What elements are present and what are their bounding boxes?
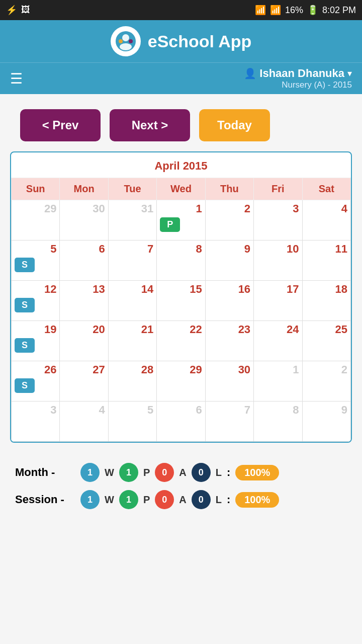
cal-cell[interactable]: 29 [157, 361, 205, 401]
cal-cell[interactable]: 7 [205, 401, 253, 442]
session-l-label: L [216, 494, 222, 506]
cal-cell[interactable]: 6 [157, 401, 205, 442]
cal-cell[interactable]: 2 [302, 361, 350, 401]
day-number: 1 [257, 363, 299, 376]
cal-cell[interactable]: 8 [157, 240, 205, 281]
cal-cell[interactable]: 25 [302, 321, 350, 361]
day-number: 4 [63, 404, 105, 417]
cal-cell[interactable]: 10 [254, 240, 302, 281]
table-row: 3456789 [12, 401, 351, 442]
day-number: 30 [209, 363, 250, 376]
day-number: 16 [209, 283, 250, 296]
cal-cell[interactable]: 30 [60, 200, 108, 240]
cal-cell[interactable]: 15 [157, 281, 205, 321]
usb-icon: ⚡ [6, 5, 17, 16]
cal-cell[interactable]: 7 [108, 240, 156, 281]
cal-cell[interactable]: 22 [157, 321, 205, 361]
cal-cell[interactable]: 18 [302, 281, 350, 321]
cal-cell[interactable]: 2 [205, 200, 253, 240]
cal-cell[interactable]: 1P [157, 200, 205, 240]
svg-point-1 [122, 34, 129, 41]
cal-cell[interactable]: 3 [254, 200, 302, 240]
app-header: eSchool App [0, 20, 362, 62]
today-button[interactable]: Today [199, 109, 270, 141]
day-number: 2 [209, 202, 250, 215]
session-w-label: W [105, 494, 114, 506]
month-p-label: P [143, 467, 150, 478]
day-number: 12 [15, 283, 56, 296]
cal-day-header: Sat [302, 178, 350, 200]
calendar-month: April 2015 [11, 152, 351, 178]
day-number: 29 [15, 202, 56, 215]
cal-cell[interactable]: 20 [60, 321, 108, 361]
cal-day-header: Thu [205, 178, 253, 200]
day-number: 22 [160, 323, 202, 336]
cal-cell[interactable]: 3 [12, 401, 60, 442]
month-w-circle: 1 [80, 463, 100, 482]
cal-cell[interactable]: 26S [12, 361, 60, 401]
cal-cell[interactable]: 9 [302, 401, 350, 442]
cal-cell[interactable]: 27 [60, 361, 108, 401]
cal-cell[interactable]: 30 [205, 361, 253, 401]
day-number: 27 [63, 363, 105, 376]
cal-cell[interactable]: 5S [12, 240, 60, 281]
user-info[interactable]: 👤 Ishaan Dhanuka ▾ Nursery (A) - 2015 [244, 67, 352, 90]
cal-cell[interactable]: 8 [254, 401, 302, 442]
cal-cell[interactable]: 28 [108, 361, 156, 401]
day-number: 18 [306, 283, 347, 296]
cal-cell[interactable]: 5 [108, 401, 156, 442]
month-l-label: L [216, 467, 222, 478]
cal-cell[interactable]: 23 [205, 321, 253, 361]
hamburger-menu[interactable]: ☰ [10, 70, 23, 87]
cal-cell[interactable]: 6 [60, 240, 108, 281]
day-number: 3 [257, 202, 299, 215]
cal-cell[interactable]: 13 [60, 281, 108, 321]
session-p-label: P [143, 494, 150, 506]
cal-day-header: Mon [60, 178, 108, 200]
cal-cell[interactable]: 19S [12, 321, 60, 361]
day-number: 21 [112, 323, 153, 336]
cal-cell[interactable]: 24 [254, 321, 302, 361]
month-summary-row: Month - 1 W 1 P 0 A 0 L : 100% [15, 463, 347, 482]
cal-cell[interactable]: 1 [254, 361, 302, 401]
cal-cell[interactable]: 31 [108, 200, 156, 240]
prev-button[interactable]: < Prev [20, 109, 101, 141]
month-colon: : [227, 466, 230, 479]
calendar: April 2015 SunMonTueWedThuFriSat 2930311… [10, 151, 352, 443]
attendance-badge: S [15, 378, 35, 393]
user-name: Ishaan Dhanuka [259, 67, 344, 80]
user-icon: 👤 [244, 67, 256, 79]
month-p-circle: 1 [119, 463, 138, 482]
cal-cell[interactable]: 14 [108, 281, 156, 321]
battery-level: 16% [285, 5, 303, 16]
day-number: 11 [306, 243, 347, 256]
nav-buttons: < Prev Next > Today [0, 94, 362, 151]
day-number: 24 [257, 323, 299, 336]
cal-cell[interactable]: 12S [12, 281, 60, 321]
cal-cell[interactable]: 17 [254, 281, 302, 321]
dropdown-icon[interactable]: ▾ [347, 68, 352, 79]
cal-cell[interactable]: 4 [60, 401, 108, 442]
cal-cell[interactable]: 4 [302, 200, 350, 240]
session-a-circle: 0 [155, 490, 174, 509]
calendar-grid: SunMonTueWedThuFriSat 2930311P2345S67891… [11, 178, 351, 442]
session-p-circle: 1 [119, 490, 138, 509]
day-number: 19 [15, 323, 56, 336]
day-number: 17 [257, 283, 299, 296]
cal-cell[interactable]: 11 [302, 240, 350, 281]
cal-day-header: Sun [12, 178, 60, 200]
session-summary-row: Session - 1 W 1 P 0 A 0 L : 100% [15, 490, 347, 509]
day-number: 23 [209, 323, 250, 336]
next-button[interactable]: Next > [110, 109, 190, 141]
table-row: 2930311P234 [12, 200, 351, 240]
month-a-circle: 0 [155, 463, 174, 482]
cal-cell[interactable]: 21 [108, 321, 156, 361]
month-pct: 100% [235, 465, 279, 480]
summary: Month - 1 W 1 P 0 A 0 L : 100% Session -… [0, 453, 362, 532]
cal-cell[interactable]: 9 [205, 240, 253, 281]
month-a-label: A [179, 467, 186, 478]
cal-cell[interactable]: 16 [205, 281, 253, 321]
cal-cell[interactable]: 29 [12, 200, 60, 240]
session-l-circle: 0 [192, 490, 211, 509]
day-number: 6 [63, 243, 105, 256]
